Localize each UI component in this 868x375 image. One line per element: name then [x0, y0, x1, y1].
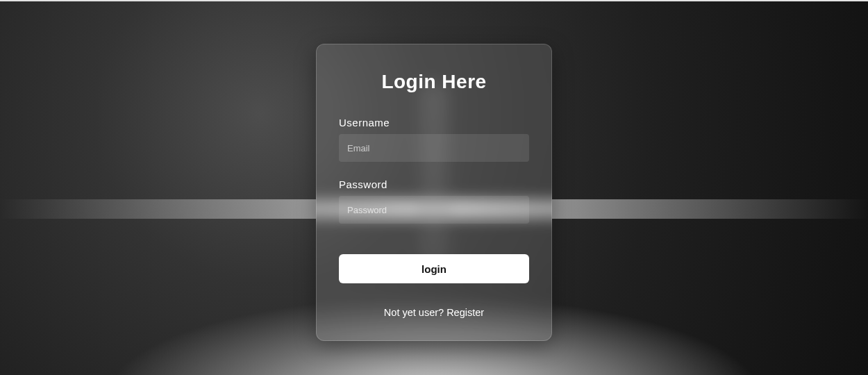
- login-title: Login Here: [339, 71, 529, 93]
- login-card: Login Here Username Password login Not y…: [316, 44, 552, 341]
- register-prompt: Not yet user?: [384, 307, 446, 318]
- password-input[interactable]: [339, 196, 529, 224]
- page-background: Login Here Username Password login Not y…: [0, 0, 868, 375]
- username-label: Username: [339, 117, 529, 128]
- register-row: Not yet user? Register: [339, 307, 529, 318]
- username-input[interactable]: [339, 134, 529, 162]
- password-label: Password: [339, 178, 529, 190]
- login-button[interactable]: login: [339, 254, 529, 283]
- register-link[interactable]: Register: [446, 307, 484, 318]
